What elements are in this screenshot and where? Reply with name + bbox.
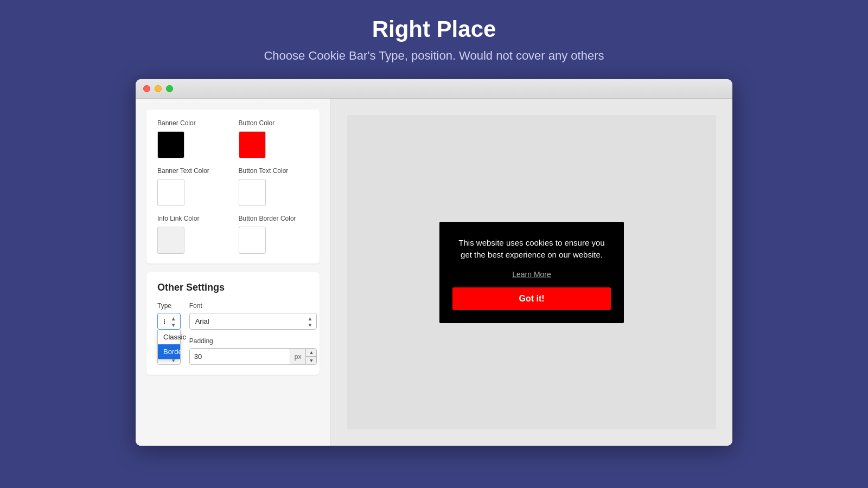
font-label: Font [189,302,317,310]
banner-text-color-field: Banner Text Color [157,167,228,206]
button-border-color-field: Button Border Color [239,215,309,254]
banner-text-color-swatch[interactable] [157,179,184,206]
type-select-wrapper: Border ▲▼ [157,313,181,330]
type-select[interactable]: Border [157,313,181,330]
banner-text-color-label: Banner Text Color [157,167,228,175]
font-select-wrapper: Arial Helvetica Georgia ▲▼ [189,313,317,330]
button-color-label: Button Color [239,119,309,127]
padding-input-wrapper: px ▲ ▼ [189,348,317,365]
cookie-got-it-button[interactable]: Got it! [452,287,611,310]
left-panel: Banner Color Button Color Banner Text Co… [136,99,331,446]
info-link-color-field: Info Link Color [157,215,228,254]
info-link-color-label: Info Link Color [157,215,228,222]
type-field: Type Border ▲▼ Classic [157,302,181,330]
button-border-color-label: Button Border Color [239,215,309,222]
padding-label: Padding [189,337,317,345]
font-select[interactable]: Arial Helvetica Georgia [189,313,317,330]
banner-color-label: Banner Color [157,119,228,127]
padding-field: Padding px ▲ ▼ [189,337,317,365]
padding-unit: px [290,349,306,364]
type-option-classic[interactable]: Classic [158,330,180,344]
mac-titlebar [136,79,732,99]
color-settings-card: Banner Color Button Color Banner Text Co… [146,110,320,264]
button-border-color-swatch[interactable] [239,227,266,254]
button-text-color-label: Button Text Color [239,167,309,175]
maximize-button[interactable] [166,85,173,92]
button-color-field: Button Color [239,119,309,158]
padding-spinner: ▲ ▼ [305,349,316,364]
button-color-swatch[interactable] [239,131,266,158]
type-label: Type [157,302,181,310]
button-text-color-swatch[interactable] [239,179,266,206]
banner-color-swatch[interactable] [157,131,184,158]
page-subtitle: Choose Cookie Bar's Type, position. Woul… [264,49,604,63]
font-field: Font Arial Helvetica Georgia ▲▼ [189,302,317,330]
settings-grid: Type Border ▲▼ Classic [157,302,309,365]
type-option-border[interactable]: Border [158,344,180,359]
mac-window: Banner Color Button Color Banner Text Co… [136,79,732,446]
type-dropdown-list: Classic Border [157,330,181,359]
padding-increment[interactable]: ▲ [306,349,316,357]
cookie-banner-text: This website uses cookies to ensure you … [452,237,611,261]
padding-decrement[interactable]: ▼ [306,357,316,364]
cookie-banner: This website uses cookies to ensure you … [439,222,624,323]
minimize-button[interactable] [155,85,162,92]
type-dropdown-wrapper: Border ▲▼ Classic Border [157,313,181,330]
close-button[interactable] [143,85,150,92]
info-link-color-swatch[interactable] [157,227,184,254]
settings-heading: Other Settings [157,282,309,293]
color-grid: Banner Color Button Color Banner Text Co… [157,119,309,254]
other-settings-card: Other Settings Type Border ▲▼ [146,272,320,375]
preview-area: This website uses cookies to ensure you … [347,115,716,429]
mac-body: Banner Color Button Color Banner Text Co… [136,99,732,446]
cookie-learn-more-link[interactable]: Learn More [512,270,551,279]
button-text-color-field: Button Text Color [239,167,309,206]
padding-input[interactable] [190,349,290,364]
page-title: Right Place [372,16,496,42]
right-panel: This website uses cookies to ensure you … [331,99,732,446]
banner-color-field: Banner Color [157,119,228,158]
